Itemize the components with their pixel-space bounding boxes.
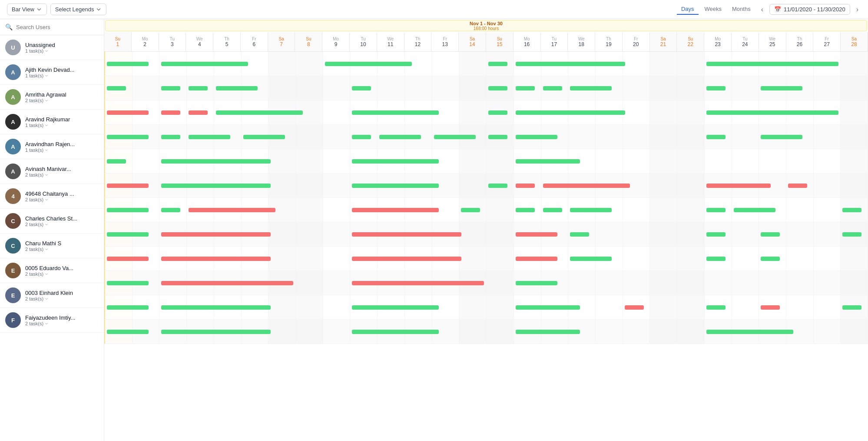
task-bar — [516, 330, 580, 334]
day-name: Tu — [552, 37, 557, 41]
gantt-cell — [786, 174, 814, 197]
task-bar — [516, 159, 580, 164]
tab-weeks[interactable]: Weeks — [700, 4, 726, 15]
gantt-cell — [650, 198, 677, 222]
task-bar — [488, 184, 507, 188]
task-bar — [189, 86, 208, 90]
tab-days[interactable]: Days — [677, 4, 699, 15]
gantt-cell — [187, 125, 214, 149]
search-input[interactable] — [16, 24, 99, 30]
task-bar — [216, 86, 258, 90]
task-bar — [706, 184, 771, 188]
task-bar — [761, 257, 780, 261]
gantt-cell — [677, 271, 705, 295]
gantt-cell — [677, 174, 705, 197]
user-tasks: 2 task(s) — [25, 172, 99, 177]
avatar: E — [5, 263, 21, 278]
gantt-cell — [378, 125, 405, 149]
user-info: 0005 Eduardo Va... 2 task(s) — [25, 265, 99, 277]
gantt-cell — [841, 100, 868, 124]
day-header-cell: Sa28 — [841, 32, 868, 51]
user-row[interactable]: E0003 Einhard Klein 2 task(s) — [0, 283, 104, 308]
user-list: UUnassigned 1 task(s) AAjith Kevin Devad… — [0, 35, 104, 441]
gantt-cell — [159, 295, 187, 319]
gantt-cell — [677, 295, 705, 319]
gantt-cell — [104, 76, 133, 100]
gantt-cell — [650, 76, 677, 100]
user-row[interactable]: 449648 Chaitanya ... 2 task(s) — [0, 184, 104, 209]
day-number: 21 — [660, 41, 666, 47]
gantt-cell — [514, 125, 541, 149]
avatar: U — [5, 40, 21, 55]
gantt-cell — [350, 320, 378, 344]
user-row[interactable]: UUnassigned 1 task(s) — [0, 35, 104, 60]
gantt-cell — [104, 295, 133, 319]
day-name: Tu — [742, 37, 747, 41]
gantt-cell — [814, 174, 841, 197]
gantt-cell — [568, 271, 596, 295]
user-row[interactable]: E0005 Eduardo Va... 2 task(s) — [0, 258, 104, 283]
gantt-cell — [514, 76, 541, 100]
user-tasks: 2 task(s) — [25, 247, 99, 252]
user-row[interactable]: CCharles Charles St... 2 task(s) — [0, 209, 104, 234]
task-bar — [352, 110, 439, 115]
task-bar — [161, 330, 271, 334]
select-legends-button[interactable]: Select Legends — [50, 3, 107, 15]
task-bar — [516, 62, 625, 66]
gantt-cell — [623, 125, 650, 149]
task-bar — [107, 62, 149, 66]
day-number: 19 — [606, 41, 611, 47]
user-row[interactable]: AAjith Kevin Devad... 1 task(s) — [0, 60, 104, 85]
gantt-cell — [705, 198, 732, 222]
tab-months[interactable]: Months — [728, 4, 755, 15]
gantt-cell — [159, 222, 187, 246]
gantt-cell — [159, 125, 187, 149]
gantt-cell — [104, 52, 133, 76]
task-bar — [107, 232, 149, 237]
day-name: Su — [115, 37, 120, 41]
task-bar — [161, 184, 271, 188]
gantt-cell — [159, 52, 187, 76]
gantt-cell — [432, 76, 460, 100]
task-bar — [161, 135, 180, 139]
gantt-cell — [350, 125, 378, 149]
gantt-cell — [296, 52, 323, 76]
day-header-cell: Mo2 — [132, 32, 159, 51]
gantt-cell — [350, 271, 378, 295]
next-button[interactable]: › — [854, 4, 861, 15]
gantt-cell — [814, 295, 841, 319]
day-name: Fr — [634, 37, 638, 41]
user-name: Amritha Agrawal — [25, 91, 99, 98]
bar-view-button[interactable]: Bar View — [7, 3, 47, 15]
task-bar — [107, 110, 149, 115]
prev-button[interactable]: ‹ — [759, 4, 766, 15]
day-header-cell: We18 — [568, 32, 595, 51]
task-bar — [842, 305, 861, 310]
user-info: Amritha Agrawal 2 task(s) — [25, 91, 99, 103]
gantt-cell — [568, 247, 596, 271]
gantt-row — [104, 174, 868, 198]
task-bar — [516, 305, 580, 310]
day-number: 25 — [769, 41, 775, 47]
day-number: 5 — [225, 41, 229, 47]
user-row[interactable]: FFaiyazudeen Imtiy... 2 task(s) — [0, 308, 104, 333]
gantt-cell — [323, 76, 351, 100]
day-number: 24 — [742, 41, 748, 47]
gantt-cell — [705, 100, 732, 124]
user-row[interactable]: AAvinash Manivar... 2 task(s) — [0, 159, 104, 184]
gantt-cell — [350, 100, 378, 124]
gantt-cell — [104, 174, 133, 197]
user-row[interactable]: AAravind Rajkumar 1 task(s) — [0, 110, 104, 134]
gantt-cell — [650, 100, 677, 124]
user-row[interactable]: AAmritha Agrawal 2 task(s) — [0, 85, 104, 110]
gantt-cell — [705, 125, 732, 149]
gantt-cell — [568, 198, 596, 222]
gantt-cell — [459, 76, 487, 100]
view-tabs: Days Weeks Months — [677, 4, 755, 15]
task-bar — [788, 184, 807, 188]
task-bar — [570, 232, 589, 237]
gantt-cell — [841, 125, 868, 149]
user-row[interactable]: AAravindhan Rajen... 1 task(s) — [0, 134, 104, 159]
day-name: Th — [224, 37, 229, 41]
user-row[interactable]: CCharu Mathi S 2 task(s) — [0, 234, 104, 258]
